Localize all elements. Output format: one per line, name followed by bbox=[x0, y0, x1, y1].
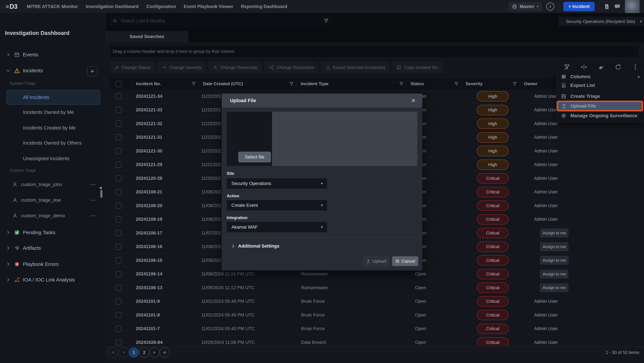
menu-item-export-list[interactable]: Export List bbox=[556, 81, 644, 90]
integration-select[interactable]: Akamai WAF ▼ bbox=[227, 222, 327, 232]
next-page-button[interactable] bbox=[149, 347, 160, 358]
incident-number-cell[interactable]: 20241106-13 bbox=[136, 281, 162, 294]
page-button-1[interactable]: 1 bbox=[129, 347, 139, 358]
sidebar-item-incidents-owned-by-others[interactable]: Incidents Owned by Others bbox=[0, 138, 105, 148]
row-checkbox[interactable] bbox=[116, 257, 122, 263]
action-select[interactable]: Create Event ▼ bbox=[227, 200, 327, 210]
upload-button[interactable]: Upload bbox=[363, 256, 390, 266]
row-checkbox[interactable] bbox=[116, 271, 122, 277]
incident-number-cell[interactable]: 20241121-34 bbox=[136, 90, 162, 103]
incident-number-cell[interactable]: 20241106-16 bbox=[136, 240, 162, 254]
column-header-severity[interactable]: Severity bbox=[461, 78, 520, 90]
group-by-dropzone[interactable]: Drag a column header and drop it here to… bbox=[110, 45, 639, 58]
prev-page-button[interactable] bbox=[118, 347, 129, 358]
row-checkbox[interactable] bbox=[116, 134, 122, 140]
sidebar-item-all-incidents[interactable]: All Incidents bbox=[6, 90, 100, 105]
sidebar-group-playbook-errors[interactable]: Playbook Errors bbox=[0, 259, 105, 269]
nav-item-mitre-att-ck-monitor[interactable]: MITRE ATT&CK Monitor bbox=[27, 4, 78, 9]
column-header-status[interactable]: Status bbox=[406, 78, 461, 90]
incident-number-cell[interactable]: 20241121-32 bbox=[136, 117, 162, 130]
more-options-icon[interactable] bbox=[632, 64, 639, 70]
row-checkbox[interactable] bbox=[116, 175, 122, 181]
export-selected-incident-s-button[interactable]: Export Selected Incident(s) bbox=[321, 62, 390, 73]
row-checkbox[interactable] bbox=[116, 120, 122, 127]
sidebar-group-artifacts[interactable]: Artifacts bbox=[0, 243, 105, 253]
item-options-icon[interactable]: ⋯ bbox=[90, 212, 96, 219]
nav-item-configuration[interactable]: Configuration bbox=[146, 4, 176, 9]
chat-icon[interactable] bbox=[614, 3, 620, 10]
assign-to-me-button[interactable]: Assign to me bbox=[540, 228, 568, 238]
first-page-button[interactable] bbox=[108, 347, 118, 358]
sidebar-item-custom-triage-demo[interactable]: custom_triage_demo⋯ bbox=[0, 211, 105, 221]
cancel-button[interactable]: Cancel bbox=[392, 256, 418, 266]
incident-number-cell[interactable]: 20241106-15 bbox=[136, 254, 162, 267]
assign-to-me-button[interactable]: Assign to me bbox=[540, 270, 568, 278]
assign-to-me-button[interactable]: Assign to me bbox=[540, 283, 568, 292]
avatar[interactable] bbox=[625, 0, 640, 13]
row-checkbox[interactable] bbox=[116, 162, 122, 168]
incident-number-cell[interactable]: 20241120-28 bbox=[136, 172, 162, 185]
search-input[interactable] bbox=[120, 18, 324, 24]
menu-item-create-triage[interactable]: Create Triage bbox=[556, 92, 644, 101]
change-status-button[interactable]: Change Status bbox=[110, 62, 155, 73]
info-icon[interactable]: i bbox=[546, 2, 554, 10]
incident-number-cell[interactable]: 20241121-33 bbox=[136, 103, 162, 117]
incident-number-cell[interactable]: 20241121-31 bbox=[136, 131, 162, 144]
global-search[interactable] bbox=[109, 15, 332, 26]
row-checkbox[interactable] bbox=[116, 230, 122, 236]
sidebar-group-ioa-ioc-link-analysis[interactable]: IOA / IOC Link Analysis bbox=[0, 275, 105, 285]
row-checkbox[interactable] bbox=[116, 298, 122, 304]
incident-number-cell[interactable]: 20241101-7 bbox=[136, 322, 160, 336]
assign-to-me-button[interactable]: Assign to me bbox=[540, 242, 568, 251]
sidebar-item-custom-triage-doe[interactable]: custom_triage_doe⋯ bbox=[0, 195, 105, 205]
row-checkbox[interactable] bbox=[116, 93, 122, 99]
new-incident-button[interactable]: + Incident bbox=[563, 2, 595, 11]
close-icon[interactable]: ✕ bbox=[410, 94, 417, 108]
sidebar-item-custom-triage-john[interactable]: custom_triage_john⋯ bbox=[0, 180, 105, 190]
incident-number-cell[interactable]: 20241101-8 bbox=[136, 308, 160, 322]
row-checkbox[interactable] bbox=[116, 148, 122, 154]
select-all-checkbox[interactable] bbox=[116, 81, 122, 87]
row-checkbox[interactable] bbox=[116, 244, 122, 250]
refresh-icon[interactable] bbox=[615, 64, 622, 70]
assign-to-me-button[interactable]: Assign to me bbox=[540, 256, 568, 265]
row-checkbox[interactable] bbox=[116, 339, 122, 346]
column-header-incident-no[interactable]: Incident No. bbox=[132, 78, 198, 90]
item-options-icon[interactable]: ⋯ bbox=[90, 181, 96, 188]
row-checkbox[interactable] bbox=[116, 312, 122, 318]
incident-number-cell[interactable]: 20241108-19 bbox=[136, 213, 162, 226]
select-file-button[interactable]: Select file bbox=[238, 152, 271, 162]
incident-number-cell[interactable]: 20241106-17 bbox=[136, 226, 162, 240]
last-page-button[interactable] bbox=[160, 347, 170, 358]
incident-number-cell[interactable]: 20241121-30 bbox=[136, 144, 162, 158]
menu-item-manage-ongoing-surveillance[interactable]: Manage Ongoing Surveillance bbox=[556, 112, 644, 120]
tab-saved-searches[interactable]: Saved Searches bbox=[106, 31, 188, 42]
row-checkbox[interactable] bbox=[116, 189, 122, 195]
filter-icon[interactable] bbox=[399, 82, 404, 86]
tenant-selector[interactable]: Master ˅ bbox=[508, 2, 542, 11]
menu-item-columns[interactable]: Columns▸ bbox=[556, 72, 644, 81]
row-checkbox[interactable] bbox=[116, 203, 122, 209]
page-button-2[interactable]: 2 bbox=[139, 347, 150, 358]
row-checkbox[interactable] bbox=[116, 326, 122, 332]
search-filter-icon[interactable] bbox=[324, 18, 329, 23]
incident-number-cell[interactable]: 20241108-20 bbox=[136, 199, 162, 212]
filter-icon[interactable] bbox=[454, 82, 459, 86]
incident-number-cell[interactable]: 20241108-21 bbox=[136, 185, 162, 199]
nav-item-reporting-dashboard[interactable]: Reporting Dashboard bbox=[241, 4, 287, 9]
row-checkbox[interactable] bbox=[116, 285, 122, 291]
copy-incident-no-button[interactable]: Copy Incident No. bbox=[392, 62, 443, 73]
d3-logo[interactable]: ≡D3 bbox=[6, 3, 17, 10]
sidebar-group-events[interactable]: Events bbox=[0, 50, 105, 60]
sidebar-group-pending-tasks[interactable]: Pending Tasks bbox=[0, 228, 105, 238]
sort-icon[interactable] bbox=[598, 64, 604, 70]
release-notes-icon[interactable] bbox=[604, 4, 610, 10]
column-header-date-created-utc[interactable]: Date Created (UTC) bbox=[198, 78, 296, 90]
change-severity-button[interactable]: Change Severity bbox=[158, 62, 206, 73]
nav-item-event-playbook-viewer[interactable]: Event Playbook Viewer bbox=[184, 4, 233, 9]
site-select[interactable]: Security Operations ▼ bbox=[227, 178, 327, 189]
change-ownership-button[interactable]: Change Ownership bbox=[208, 62, 262, 73]
sidebar-group-incidents[interactable]: Incidents bbox=[0, 66, 105, 76]
column-width-icon[interactable] bbox=[580, 64, 587, 70]
menu-item-upload-file[interactable]: Upload File bbox=[556, 101, 643, 112]
